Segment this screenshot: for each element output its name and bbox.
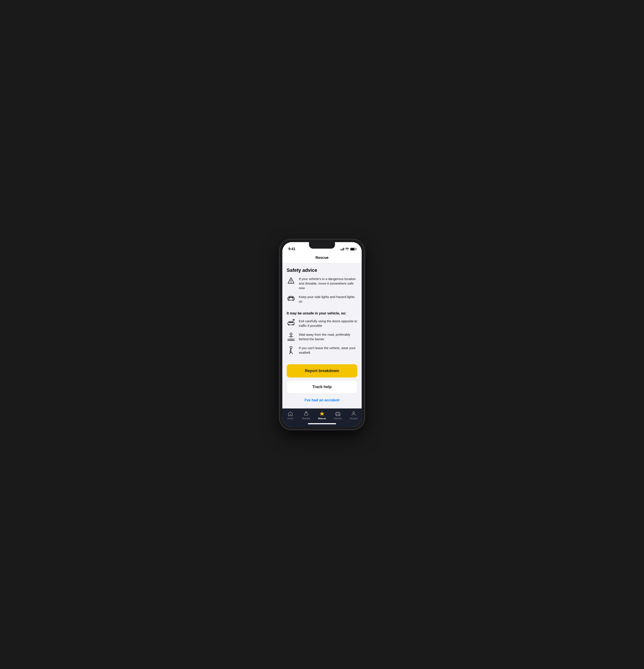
signal-icon — [340, 248, 344, 250]
vehicles-icon — [335, 411, 341, 416]
phone-frame: 9:41 Rescue Safe — [280, 240, 364, 429]
report-breakdown-button[interactable]: Report breakdown — [287, 364, 357, 378]
home-icon — [288, 411, 293, 416]
nav-item-home[interactable]: Home — [282, 411, 298, 420]
warning-triangle-icon — [287, 276, 295, 284]
nav-item-rescue[interactable]: Rescue — [314, 411, 330, 420]
car-exit-icon — [287, 319, 295, 326]
phone-screen: 9:41 Rescue Safe — [282, 242, 362, 427]
unsafe-text-2: Wait away from the road, preferably behi… — [299, 332, 357, 341]
scroll-area: Safety advice If your vehicle's in a dan… — [282, 263, 362, 409]
buttons-section: Report breakdown Track help I've had an … — [282, 361, 362, 409]
unsafe-title: It may be unsafe in your vehicle, so: — [287, 311, 357, 315]
accident-link-button[interactable]: I've had an accident — [287, 396, 357, 404]
wifi-icon — [346, 248, 349, 250]
advice-text-2: Keep your side lights and hazard lights … — [299, 295, 357, 304]
person-seatbelt-icon — [287, 346, 295, 354]
bottom-nav: Home Benefits Rescue — [282, 409, 362, 422]
nav-label-account: Account — [350, 417, 358, 420]
person-barrier-icon — [287, 332, 295, 341]
safety-advice-section: Safety advice If your vehicle's in a dan… — [282, 263, 362, 310]
nav-label-home: Home — [287, 417, 293, 420]
unsafe-item-2: Wait away from the road, preferably behi… — [287, 332, 357, 341]
svg-point-20 — [306, 412, 307, 413]
svg-point-6 — [289, 298, 290, 299]
svg-rect-11 — [288, 324, 290, 325]
advice-item-1: If your vehicle's in a dangerous locatio… — [287, 276, 357, 290]
nav-item-vehicles[interactable]: Vehicles — [330, 411, 346, 420]
svg-rect-4 — [288, 300, 290, 301]
advice-item-2: Keep your side lights and hazard lights … — [287, 295, 357, 304]
battery-icon — [350, 248, 355, 251]
svg-point-1 — [291, 282, 292, 283]
app-header: Rescue — [282, 253, 362, 263]
svg-rect-12 — [293, 324, 294, 325]
nav-label-rescue: Rescue — [318, 417, 326, 420]
svg-point-7 — [293, 298, 294, 299]
rescue-icon — [319, 411, 325, 416]
svg-point-18 — [290, 346, 292, 348]
svg-point-24 — [353, 412, 354, 413]
unsafe-text-3: If you can't leave the vehicle, wear you… — [299, 346, 357, 355]
home-indicator — [282, 422, 362, 427]
track-help-button[interactable]: Track help — [287, 380, 357, 394]
nav-label-benefits: Benefits — [302, 417, 310, 420]
status-icons — [340, 248, 355, 251]
home-bar — [308, 423, 336, 424]
advice-text-1: If your vehicle's in a dangerous locatio… — [299, 276, 357, 290]
phone-notch — [309, 242, 335, 248]
svg-point-13 — [290, 333, 292, 335]
account-icon — [351, 411, 356, 416]
nav-label-vehicles: Vehicles — [334, 417, 342, 420]
nav-item-benefits[interactable]: Benefits — [298, 411, 314, 420]
unsafe-item-1: Exit carefully using the doors opposite … — [287, 319, 357, 328]
safety-advice-title: Safety advice — [287, 268, 357, 273]
car-lights-icon — [287, 295, 295, 301]
unsafe-item-3: If you can't leave the vehicle, wear you… — [287, 346, 357, 355]
unsafe-text-1: Exit carefully using the doors opposite … — [299, 319, 357, 328]
benefits-icon — [303, 411, 309, 416]
unsafe-section: It may be unsafe in your vehicle, so: — [282, 310, 362, 361]
status-time: 9:41 — [289, 247, 295, 251]
nav-item-account[interactable]: Account — [346, 411, 362, 420]
page-title: Rescue — [316, 256, 328, 260]
svg-rect-5 — [293, 300, 294, 301]
